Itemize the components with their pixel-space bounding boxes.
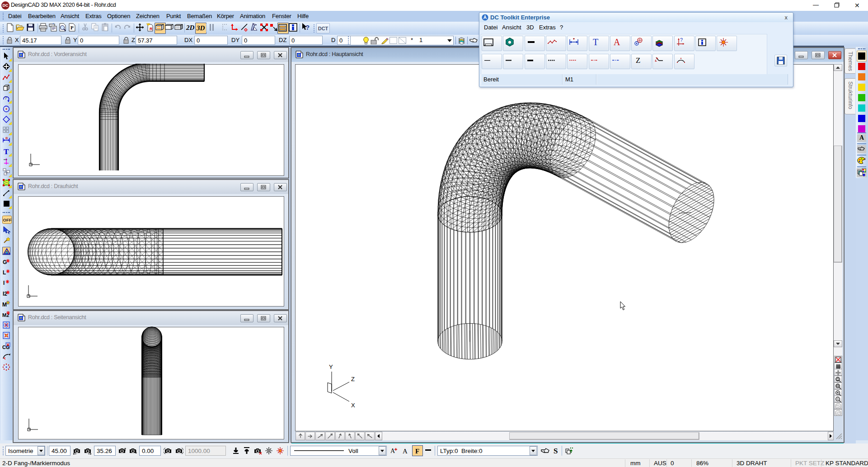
svg-text:Z: Z	[636, 56, 640, 65]
svg-text:2D: 2D	[186, 24, 195, 31]
svg-text:A: A	[390, 448, 395, 454]
svg-text:Z: Z	[351, 376, 355, 382]
svg-text:S: S	[554, 447, 558, 455]
svg-text:F: F	[415, 448, 419, 455]
svg-text:?: ?	[680, 37, 683, 42]
svg-text:?: ?	[5, 96, 7, 100]
svg-text:L: L	[3, 269, 6, 276]
svg-text:3D: 3D	[196, 24, 205, 32]
svg-text:R: R	[150, 27, 153, 31]
svg-text:?: ?	[305, 24, 310, 31]
svg-text:G: G	[3, 259, 7, 265]
svg-text:OFF: OFF	[3, 217, 12, 222]
svg-text:X: X	[351, 402, 355, 409]
svg-text:T: T	[593, 37, 598, 47]
svg-text:Y: Y	[329, 363, 333, 370]
svg-text:A: A	[614, 37, 620, 47]
svg-text:I: I	[3, 280, 5, 286]
svg-text:A: A	[403, 448, 408, 455]
svg-text:P: P	[70, 25, 74, 30]
